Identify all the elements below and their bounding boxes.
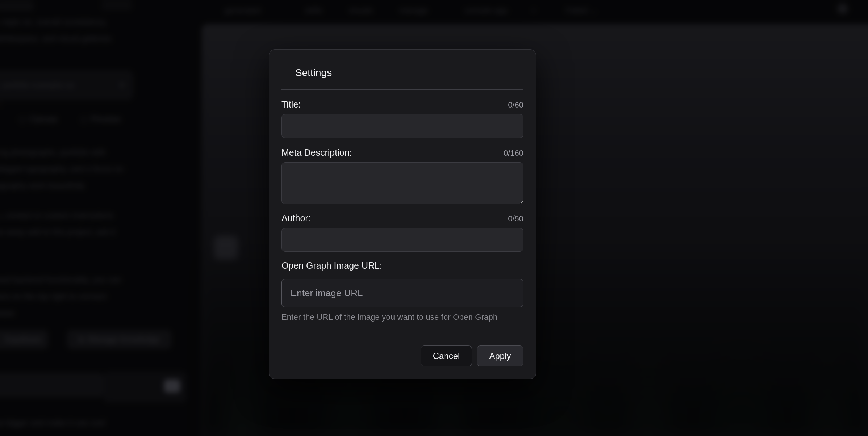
dialog-actions: Cancel Apply [281,345,523,366]
meta-description-textarea[interactable] [281,162,523,204]
cancel-button[interactable]: Cancel [421,345,472,366]
apply-button[interactable]: Apply [477,345,523,366]
settings-dialog: Settings Title: 0/60 Meta Description: 0… [269,49,536,379]
meta-description-label: Meta Description: [281,147,352,158]
title-char-counter: 0/60 [508,100,523,110]
title-field-label: Title: [281,99,301,110]
title-input[interactable] [281,114,523,138]
og-image-url-helper-text: Enter the URL of the image you want to u… [281,313,523,322]
og-image-url-input[interactable] [281,279,523,307]
app-window: s topic on, overall consistency, whitesp… [0,0,868,436]
author-field-label: Author: [281,213,311,223]
author-char-counter: 0/50 [508,214,523,223]
meta-description-char-counter: 0/160 [504,148,523,158]
og-image-url-label: Open Graph Image URL: [281,260,382,271]
dialog-title: Settings [295,66,523,80]
author-input[interactable] [281,228,523,252]
divider [281,89,523,90]
